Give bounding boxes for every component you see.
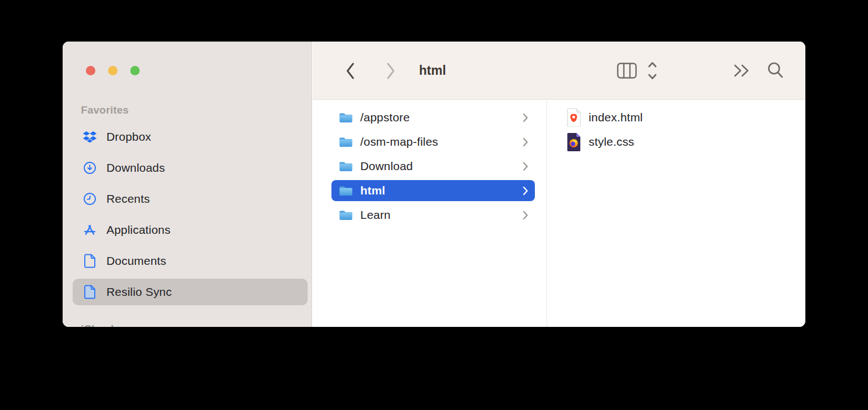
document-filled-icon (81, 285, 98, 299)
sidebar-items: Dropbox Downloads Rece (73, 124, 308, 305)
column-view-button[interactable] (617, 63, 637, 79)
sidebar-item-applications[interactable]: Applications (73, 217, 308, 243)
sidebar-item-label: Resilio Sync (106, 285, 172, 299)
traffic-lights (86, 66, 140, 75)
folder-name: html (360, 184, 523, 197)
sidebar-item-label: Applications (106, 223, 171, 237)
folder-row-appstore[interactable]: /appstore (331, 107, 535, 128)
folder-row-osm-map-files[interactable]: /osm-map-files (331, 131, 535, 152)
folder-icon (339, 136, 353, 148)
minimize-button[interactable] (108, 66, 118, 75)
sidebar-item-recents[interactable]: Recents (73, 186, 308, 212)
zoom-button[interactable] (130, 66, 140, 75)
folder-row-learn[interactable]: Learn (331, 204, 535, 226)
folder-column: /appstore /osm-map-files (313, 100, 547, 327)
folder-icon (339, 185, 353, 197)
chevron-right-icon (523, 211, 528, 220)
sidebar-section-icloud-clipped: iCloud (81, 323, 114, 327)
folder-name: Learn (360, 208, 523, 222)
sidebar-item-label: Downloads (106, 161, 165, 175)
sidebar-item-label: Recents (106, 192, 150, 206)
folder-name: Download (360, 160, 523, 173)
chevron-right-icon (523, 137, 528, 147)
main-pane: html (313, 42, 805, 327)
finder-window: Favorites Dropbox Downloads (63, 42, 805, 327)
chevron-right-icon (386, 62, 396, 80)
brave-html-file-icon (566, 108, 581, 127)
forward-button[interactable] (381, 62, 401, 80)
chevron-right-icon (523, 113, 528, 122)
dropbox-icon (81, 131, 98, 144)
sidebar: Favorites Dropbox Downloads (63, 42, 312, 327)
close-button[interactable] (86, 66, 95, 75)
sidebar-item-label: Documents (106, 254, 166, 268)
column-browser: /appstore /osm-map-files (313, 100, 805, 327)
folder-name: /osm-map-files (360, 135, 523, 148)
file-row-index-html[interactable]: index.html (566, 107, 805, 128)
download-circle-icon (81, 161, 98, 175)
appstore-icon (81, 223, 98, 237)
folder-name: /appstore (360, 111, 523, 124)
sidebar-item-downloads[interactable]: Downloads (73, 155, 308, 181)
column-view-icon (617, 63, 637, 79)
folder-row-download[interactable]: Download (331, 156, 535, 177)
chevron-right-icon (523, 162, 528, 171)
back-button[interactable] (340, 62, 360, 80)
file-row-style-css[interactable]: style.css (566, 131, 805, 152)
magnifier-icon (767, 62, 784, 80)
sidebar-section-favorites: Favorites (81, 104, 129, 116)
up-down-chevrons-icon (646, 61, 658, 80)
clock-icon (81, 192, 98, 206)
sidebar-item-dropbox[interactable]: Dropbox (73, 124, 308, 150)
toolbar: html (313, 42, 805, 100)
file-name: index.html (589, 111, 643, 124)
chevron-left-icon (345, 62, 355, 80)
folder-icon (339, 209, 353, 221)
view-options-button[interactable] (646, 61, 659, 80)
window-title: html (419, 42, 446, 100)
sidebar-item-documents[interactable]: Documents (73, 248, 308, 274)
document-icon (81, 254, 98, 268)
search-button[interactable] (766, 62, 785, 80)
chevron-right-icon (523, 186, 528, 196)
sidebar-item-label: Dropbox (106, 130, 151, 144)
firefox-css-file-icon (566, 132, 581, 151)
sidebar-item-resilio-sync[interactable]: Resilio Sync (73, 279, 308, 305)
file-name: style.css (589, 135, 634, 148)
double-chevron-icon (733, 64, 750, 78)
folder-icon (339, 112, 353, 124)
folder-icon (339, 161, 353, 172)
folder-row-html[interactable]: html (331, 180, 535, 201)
file-column: index.html style.css (547, 100, 805, 327)
more-toolbar-items-button[interactable] (732, 64, 751, 78)
